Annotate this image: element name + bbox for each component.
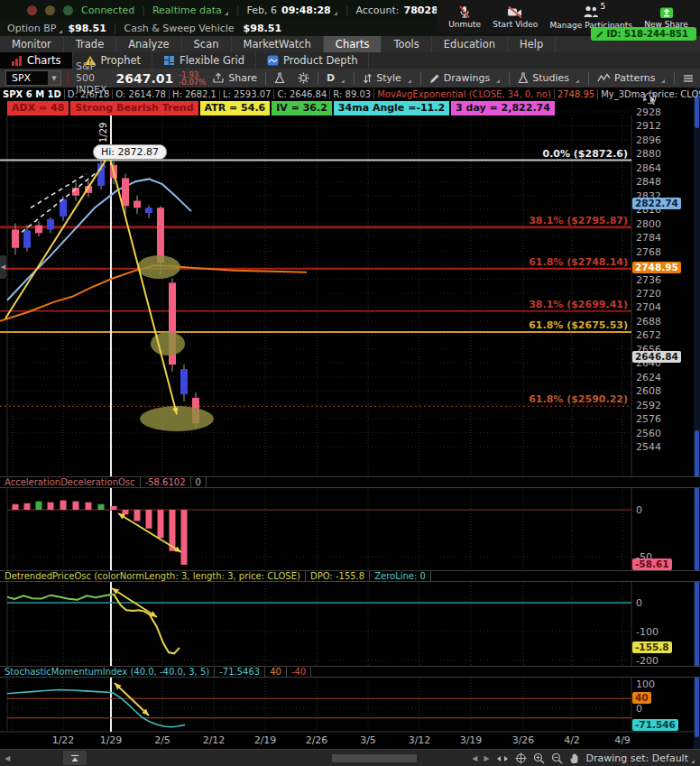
flask-icon: [274, 72, 285, 84]
axis-badge: -155.8: [632, 641, 672, 653]
study-zeroline: ZeroLine: 0: [370, 571, 431, 581]
signal-chip: IV = 36.2: [272, 101, 332, 115]
divider: |: [345, 5, 349, 16]
studies-button[interactable]: Studies: [511, 72, 586, 84]
settings-button[interactable]: [291, 72, 316, 84]
depth-icon: [267, 55, 279, 66]
ohlc-header: SPX 6 M 1DD: 2/6/18O: 2614.78H: 2682.1L:…: [0, 88, 700, 101]
unmute-button[interactable]: Unmute: [448, 5, 481, 29]
bottom-right-controls: ◀ ▶ Drawing set: Default: [472, 750, 695, 766]
window-zoom-icon[interactable]: [63, 5, 73, 15]
patterns-button[interactable]: Patterns: [591, 72, 672, 84]
step-left-icon[interactable]: ◀: [472, 754, 477, 762]
divider: [354, 72, 355, 85]
svg-text:2592: 2592: [636, 400, 661, 411]
svg-text:2544: 2544: [636, 441, 661, 453]
svg-text:-100: -100: [636, 626, 659, 638]
panel-collapse-button[interactable]: [63, 751, 87, 765]
chart-canvas[interactable]: 0.0% ($2872.6)38.1% ($2795.87)61.8% ($27…: [0, 88, 700, 749]
svg-text:2896: 2896: [636, 134, 661, 146]
dpo-header: DetrendedPriceOsc (colorNormLength: 3, l…: [0, 570, 700, 582]
menu-tab-education[interactable]: Education: [432, 36, 508, 52]
participant-count: 5: [601, 2, 606, 11]
axis-badge: 2646.84: [632, 351, 681, 363]
accel-decel-panel: 0-50: [7, 501, 652, 565]
menu-tab-tools[interactable]: Tools: [382, 36, 431, 52]
divider: [265, 72, 266, 85]
meeting-id-badge[interactable]: ID: 518-244-851: [591, 27, 696, 41]
menu-tab-marketwatch[interactable]: MarketWatch: [232, 36, 324, 52]
svg-text:2880: 2880: [636, 148, 661, 160]
divider: [509, 72, 510, 85]
scroll-thumb[interactable]: [695, 97, 699, 128]
scroll-left-icon[interactable]: ◀: [5, 754, 10, 762]
right-scrollbar[interactable]: [694, 88, 700, 749]
grid-icon: [163, 55, 175, 66]
ohlc-segment-3: H: 2682.1: [170, 89, 220, 99]
symbol-flag-icon[interactable]: [67, 71, 69, 86]
style-button[interactable]: Style: [356, 72, 419, 84]
manage-participants-button[interactable]: 5 Manage Participants: [550, 5, 632, 30]
chart-menu-button[interactable]: [677, 74, 700, 83]
study-title[interactable]: StochasticMomentumIndex (40.0, -40.0, 3,…: [0, 667, 215, 677]
menu-tab-trade[interactable]: Trade: [64, 36, 117, 52]
subtab-charts[interactable]: Charts: [0, 52, 73, 69]
signal-chip: 34ma Angle =-11.2: [334, 101, 449, 115]
study-oversold: -40: [287, 667, 311, 677]
svg-text:2608: 2608: [636, 385, 661, 397]
svg-text:2576: 2576: [636, 413, 661, 425]
window-close-icon[interactable]: [27, 5, 37, 15]
menu-tab-analyze[interactable]: Analyze: [116, 36, 181, 52]
new-share-button[interactable]: New Share: [644, 5, 687, 29]
zoom-out-icon[interactable]: [551, 752, 563, 764]
svg-text:1/29: 1/29: [100, 734, 123, 746]
share-screen-icon: [659, 5, 674, 19]
price-axis-labels: 2544256025762592260826242640265626722688…: [636, 106, 661, 453]
menu-tab-monitor[interactable]: Monitor: [0, 36, 64, 52]
timeframe-button[interactable]: D: [320, 72, 352, 84]
horizontal-scroll-thumb[interactable]: [332, 754, 417, 762]
share-button[interactable]: Share: [206, 72, 263, 84]
subtab-flexible-grid[interactable]: Flexible Grid: [152, 52, 256, 69]
step-right-icon[interactable]: ▶: [484, 754, 489, 762]
signal-chip: Strong Bearish Trend: [70, 101, 198, 115]
onDemand-button[interactable]: [268, 72, 291, 84]
option-bp-label[interactable]: Option BP: [7, 23, 56, 34]
divider: |: [142, 5, 145, 16]
collapse-icon: [69, 754, 80, 762]
svg-text:61.8% ($2748.14): 61.8% ($2748.14): [529, 256, 628, 268]
zoom-in-icon[interactable]: [533, 752, 545, 764]
study-title[interactable]: AccelerationDecelerationOsc: [0, 477, 141, 487]
drawing-set-selector[interactable]: Drawing set: Default: [586, 752, 695, 764]
start-video-button[interactable]: Start Video: [493, 5, 538, 29]
reset-zoom-icon[interactable]: [641, 90, 659, 110]
menu-tab-scan[interactable]: Scan: [182, 36, 232, 52]
menu-tab-charts[interactable]: Charts: [324, 36, 382, 52]
chevron-down-icon: ▼: [48, 71, 60, 85]
chevron-down-icon: [496, 79, 500, 83]
svg-text:3/5: 3/5: [360, 734, 376, 746]
menu-tab-help[interactable]: Help: [508, 36, 556, 52]
window-minimize-icon[interactable]: [45, 5, 55, 15]
svg-text:4/9: 4/9: [614, 734, 631, 746]
svg-text:2/5: 2/5: [154, 734, 170, 746]
ohlc-segment-7: MovAvgExponential (CLOSE, 34, 0, no): [374, 89, 555, 99]
svg-text:2784: 2784: [636, 232, 661, 244]
hand-icon[interactable]: [569, 752, 580, 764]
data-status[interactable]: Realtime data: [152, 5, 222, 16]
signal-chips-row: ADX = 48Strong Bearish TrendATR = 54.6IV…: [7, 101, 555, 115]
symbol-select[interactable]: SPX ▼: [5, 70, 61, 86]
chevron-down-icon: [225, 12, 228, 15]
chevron-down-icon: [334, 12, 337, 15]
window-close-icon[interactable]: [9, 5, 19, 15]
sidebar-collapse-handle[interactable]: ◀: [0, 255, 6, 279]
study-title[interactable]: DetrendedPriceOsc (colorNormLength: 3, l…: [0, 571, 306, 581]
ohlc-segment-4: L: 2593.07: [220, 89, 274, 99]
svg-text:2800: 2800: [636, 218, 661, 230]
subtab-product-depth[interactable]: Product Depth: [256, 52, 369, 69]
crosshair-icon[interactable]: [515, 752, 527, 764]
pan-icon[interactable]: [496, 754, 509, 763]
camera-slash-icon: [507, 5, 523, 19]
chevron-down-icon: [408, 79, 411, 83]
drawings-button[interactable]: Drawings: [423, 72, 507, 84]
